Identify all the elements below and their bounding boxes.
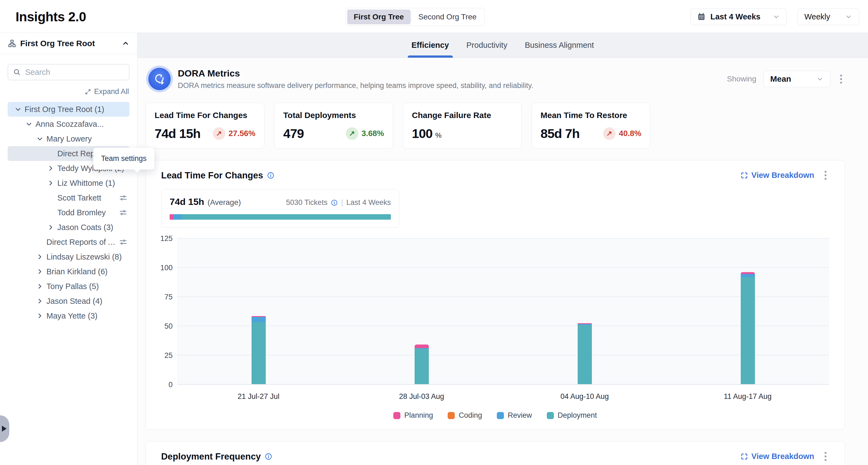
tree-item-label: Todd Bromley xyxy=(57,208,106,217)
showing-value: Mean xyxy=(770,74,791,84)
metric-title: Change Failure Rate xyxy=(412,111,513,120)
tree-item[interactable]: Anna Scozzafava... xyxy=(8,117,129,131)
tree-item[interactable]: Todd Bromley xyxy=(8,205,129,220)
view-breakdown-label: View Breakdown xyxy=(751,171,814,180)
metric-delta: ↗ 40.8% xyxy=(603,127,641,140)
view-breakdown-button[interactable]: View Breakdown xyxy=(740,452,814,461)
tree-item[interactable]: Mary Lowery xyxy=(8,131,129,146)
y-axis-tick: 75 xyxy=(164,293,173,301)
legend-item-deployment[interactable]: Deployment xyxy=(547,411,597,420)
tree-item[interactable]: Lindsay Liszewski (8) xyxy=(8,249,129,264)
x-axis-label: 11 Aug-17 Aug xyxy=(666,392,829,401)
tab-efficiency[interactable]: Efficiency xyxy=(412,33,449,58)
chevron-right-icon[interactable] xyxy=(36,312,45,320)
chevron-down-icon[interactable] xyxy=(25,120,34,128)
tickets-count: 5030 Tickets xyxy=(286,198,328,207)
legend-item-planning[interactable]: Planning xyxy=(393,411,433,420)
gridline xyxy=(177,384,829,385)
view-breakdown-label: View Breakdown xyxy=(751,452,814,461)
chevron-right-icon[interactable] xyxy=(47,223,56,231)
tab-business-alignment[interactable]: Business Alignment xyxy=(525,33,594,58)
team-settings-icon[interactable] xyxy=(119,209,129,217)
tree-item-label: Liz Whittome (1) xyxy=(57,179,115,188)
metric-card-change-failure-rate[interactable]: Change Failure Rate 100 % xyxy=(403,103,522,149)
summary-period: Last 4 Weeks xyxy=(346,198,391,207)
org-toggle-second[interactable]: Second Org Tree xyxy=(412,9,483,24)
top-bar-filters: Last 4 Weeks Weekly xyxy=(690,8,859,25)
trend-up-arrow-icon: ↗ xyxy=(603,127,616,140)
tab-productivity[interactable]: Productivity xyxy=(466,33,507,58)
chart-kebab-menu-icon[interactable] xyxy=(822,169,829,181)
dora-header: DORA Metrics DORA metrics measure softwa… xyxy=(146,68,845,90)
bar-04 Aug-10 Aug[interactable] xyxy=(578,323,592,384)
tree-item[interactable]: First Org Tree Root (1) xyxy=(8,102,129,117)
info-icon[interactable] xyxy=(331,199,338,206)
tree-item[interactable]: Brian Kirkland (6) xyxy=(8,264,129,279)
metric-card-total-deployments[interactable]: Total Deployments 479 ↗ 3.68% xyxy=(274,103,393,149)
granularity-select[interactable]: Weekly xyxy=(798,8,859,25)
sidebar-search xyxy=(8,64,129,80)
search-input[interactable] xyxy=(25,68,124,77)
info-icon[interactable] xyxy=(265,453,272,460)
tree-item[interactable]: Direct Reports of A... xyxy=(8,235,129,249)
tree-item-label: Mary Lowery xyxy=(46,134,92,144)
tree-item[interactable]: Jason Stead (4) xyxy=(8,294,129,308)
metric-card-mean-time-to-restore[interactable]: Mean Time To Restore 85d 7h ↗ 40.8% xyxy=(531,103,650,149)
team-settings-icon[interactable] xyxy=(119,194,129,202)
bar-28 Jul-03 Aug[interactable] xyxy=(414,344,429,384)
dora-kebab-menu-icon[interactable] xyxy=(837,73,845,85)
delta-percent: 27.56% xyxy=(228,129,255,138)
dora-title: DORA Metrics xyxy=(178,68,533,79)
team-settings-icon[interactable] xyxy=(119,238,129,246)
tab-label: Business Alignment xyxy=(525,41,594,50)
gridline xyxy=(177,267,829,268)
metric-title: Mean Time To Restore xyxy=(540,111,641,120)
metric-cards-row: Lead Time For Changes 74d 15h ↗ 27.56% T… xyxy=(146,103,845,149)
tree-item[interactable]: Jason Coats (3) xyxy=(8,220,129,235)
chevron-down-icon xyxy=(773,13,780,20)
chevron-right-icon[interactable] xyxy=(47,164,56,172)
bar-segment-deployment xyxy=(741,277,755,384)
chevron-down-icon[interactable] xyxy=(36,135,45,143)
seg-divider xyxy=(411,11,411,22)
legend-item-review[interactable]: Review xyxy=(497,411,532,420)
showing-select[interactable]: Mean xyxy=(764,71,830,87)
y-axis-tick: 25 xyxy=(164,351,173,360)
expand-all-button[interactable]: Expand All xyxy=(85,87,129,96)
chart-kebab-menu-icon[interactable] xyxy=(822,450,829,463)
distribution-segment-planning xyxy=(169,214,174,220)
org-tree-toggle: First Org Tree Second Org Tree xyxy=(345,8,485,26)
tree-item[interactable]: Maya Yette (3) xyxy=(8,308,129,323)
legend-label: Planning xyxy=(404,411,433,420)
chart-title: Deployment Frequency xyxy=(161,451,261,462)
distribution-segment-deployment xyxy=(182,214,391,220)
team-settings-tooltip: Team settings xyxy=(93,148,155,170)
chevron-right-icon[interactable] xyxy=(36,268,45,275)
chevron-down-icon[interactable] xyxy=(14,105,23,113)
metric-card-lead-time[interactable]: Lead Time For Changes 74d 15h ↗ 27.56% xyxy=(146,103,265,149)
chevron-right-icon[interactable] xyxy=(36,253,45,261)
tree-item[interactable]: Liz Whittome (1) xyxy=(8,176,129,190)
sidebar-collapse-chevron-up-icon[interactable] xyxy=(122,40,129,47)
org-tree-sidebar: First Org Tree Root Expand All xyxy=(0,33,137,465)
app-title: Insights 2.0 xyxy=(16,9,86,24)
lead-time-plot xyxy=(177,239,829,385)
main-content: Efficiency Productivity Business Alignme… xyxy=(137,33,868,465)
legend-item-coding[interactable]: Coding xyxy=(448,411,482,420)
org-toggle-first[interactable]: First Org Tree xyxy=(347,9,410,24)
bar-11 Aug-17 Aug[interactable] xyxy=(741,272,755,384)
tree-item[interactable]: Scott Tarkett xyxy=(8,190,129,205)
chevron-right-icon[interactable] xyxy=(47,179,56,187)
chevron-right-icon[interactable] xyxy=(36,297,45,305)
info-icon[interactable] xyxy=(267,172,275,179)
chevron-down-icon xyxy=(816,75,824,83)
legend-swatch xyxy=(448,412,455,419)
metric-value: 74d 15h xyxy=(155,126,200,141)
tree-item-label: First Org Tree Root (1) xyxy=(25,105,104,114)
chevron-right-icon[interactable] xyxy=(36,282,45,290)
tree-item[interactable]: Tony Pallas (5) xyxy=(8,279,129,294)
view-breakdown-button[interactable]: View Breakdown xyxy=(740,171,814,180)
date-range-select[interactable]: Last 4 Weeks xyxy=(690,8,786,25)
calendar-icon xyxy=(697,12,706,21)
bar-21 Jul-27 Jul[interactable] xyxy=(252,316,266,384)
